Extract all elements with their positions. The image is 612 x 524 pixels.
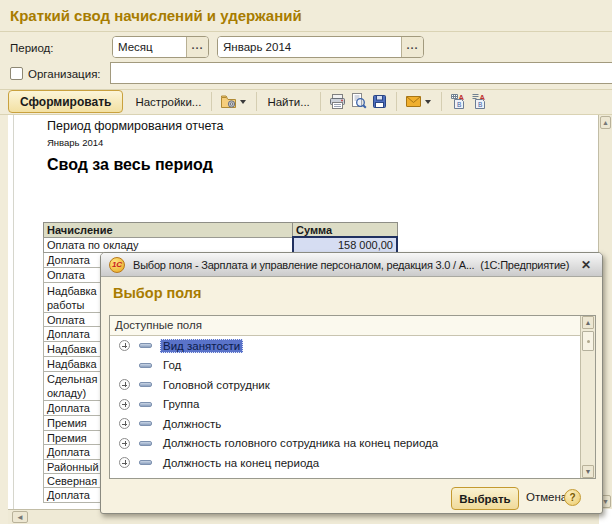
tree-item-label: Вид занятости <box>160 339 243 353</box>
field-icon <box>139 421 152 426</box>
toolbar-separator <box>441 92 442 111</box>
report-period-value: Январь 2014 <box>47 137 103 148</box>
period-value-field: Январь 2014 ... <box>217 36 424 58</box>
period-value-picker-button[interactable]: ... <box>401 37 423 57</box>
table-row[interactable]: Оплата по окладу <box>43 237 293 253</box>
divider <box>0 31 612 32</box>
period-label: Период: <box>10 42 54 54</box>
tree-item[interactable]: Должность головного сотрудника на конец … <box>110 434 580 454</box>
list-scrollbar[interactable] <box>580 316 595 478</box>
print-preview-icon[interactable] <box>350 93 367 110</box>
scroll-up-icon[interactable] <box>600 116 611 129</box>
tree-item[interactable]: И <box>110 473 580 479</box>
report-period-caption: Период формирования отчета <box>47 119 224 133</box>
tree-item-label: Головной сотрудник <box>160 378 273 392</box>
scroll-down-icon[interactable] <box>582 465 594 478</box>
scroll-left-icon[interactable] <box>12 511 28 523</box>
field-tree: Вид занятостиГодГоловной сотрудникГруппа… <box>110 336 580 478</box>
send-mail-icon[interactable] <box>405 93 422 110</box>
list-header: Доступные поля <box>110 316 580 336</box>
dialog-titlebar[interactable]: 1С Выбор поля - Зарплата и управление пе… <box>101 253 602 277</box>
expand-plus-icon[interactable] <box>119 418 130 429</box>
expand-plus-icon[interactable] <box>119 379 130 390</box>
report-title: Свод за весь период <box>47 156 213 174</box>
toolbar: Сформировать Настройки... Найти... <box>8 90 490 113</box>
tree-item[interactable]: Головной сотрудник <box>110 375 580 395</box>
toolbar-separator <box>256 92 257 111</box>
toolbar-separator <box>396 92 397 111</box>
tree-item[interactable]: Должность <box>110 414 580 434</box>
toolbar-separator <box>320 92 321 111</box>
field-icon <box>139 460 152 465</box>
generate-button[interactable]: Сформировать <box>8 90 123 113</box>
help-button[interactable]: ? <box>564 489 581 506</box>
tree-item-label: Должность головного сотрудника на конец … <box>160 436 441 450</box>
export-text-icon[interactable]: A B <box>471 93 488 110</box>
print-icon[interactable] <box>329 93 346 110</box>
1c-logo-icon: 1С <box>109 257 125 273</box>
select-button[interactable]: Выбрать <box>451 487 519 510</box>
field-icon <box>139 363 152 368</box>
tree-item-label: И <box>160 475 174 478</box>
available-fields-list: Доступные поля Вид занятостиГодГоловной … <box>109 315 596 479</box>
expand-plus-icon[interactable] <box>119 438 130 449</box>
period-kind-field: Месяц ... <box>112 36 209 58</box>
tree-item[interactable]: Группа <box>110 395 580 415</box>
cancel-button[interactable]: Отмена <box>526 491 567 503</box>
tree-item[interactable]: Год <box>110 356 580 376</box>
dropdown-caret-icon[interactable] <box>240 100 246 104</box>
tree-item[interactable]: Вид занятости <box>110 336 580 356</box>
field-select-dialog: 1С Выбор поля - Зарплата и управление пе… <box>100 252 603 514</box>
page-title: Краткий свод начислений и удержаний <box>10 7 302 24</box>
find-button[interactable]: Найти... <box>263 96 313 108</box>
expand-plus-icon[interactable] <box>119 340 130 351</box>
app-window: Краткий свод начислений и удержаний Пери… <box>0 0 612 524</box>
field-icon <box>139 343 152 348</box>
field-icon <box>139 382 152 387</box>
dropdown-caret-icon[interactable] <box>425 100 431 104</box>
expand-plus-icon[interactable] <box>119 399 130 410</box>
close-icon[interactable] <box>578 257 594 273</box>
svg-text:B: B <box>457 101 461 108</box>
tree-item-label: Должность на конец периода <box>160 456 322 470</box>
settings-button[interactable]: Настройки... <box>131 96 205 108</box>
organization-input[interactable] <box>110 62 612 84</box>
expand-plus-icon[interactable] <box>119 457 130 468</box>
dialog-heading: Выбор поля <box>113 285 201 301</box>
period-kind-input[interactable]: Месяц <box>113 37 186 57</box>
tree-item-label: Год <box>160 358 184 372</box>
save-icon[interactable] <box>371 93 388 110</box>
tree-item[interactable]: Должность на конец периода <box>110 453 580 473</box>
scroll-thumb[interactable] <box>582 331 594 351</box>
field-icon <box>139 402 152 407</box>
export-table-icon[interactable]: A B <box>450 93 467 110</box>
toolbar-separator <box>211 92 212 111</box>
column-header-accrual: Начисление <box>43 222 293 238</box>
scroll-up-icon[interactable] <box>582 316 594 329</box>
sheet-gridline <box>13 115 14 509</box>
tree-item-label: Должность <box>160 417 224 431</box>
period-value-input[interactable]: Январь 2014 <box>218 37 401 57</box>
report-variants-icon[interactable] <box>220 93 237 110</box>
organization-label: Организация: <box>28 68 101 80</box>
field-icon <box>139 441 152 446</box>
tree-item-label: Группа <box>160 397 202 411</box>
period-kind-picker-button[interactable]: ... <box>186 37 208 57</box>
svg-text:B: B <box>478 101 482 108</box>
organization-checkbox[interactable] <box>10 67 23 80</box>
dialog-title: Выбор поля - Зарплата и управление персо… <box>133 259 578 271</box>
